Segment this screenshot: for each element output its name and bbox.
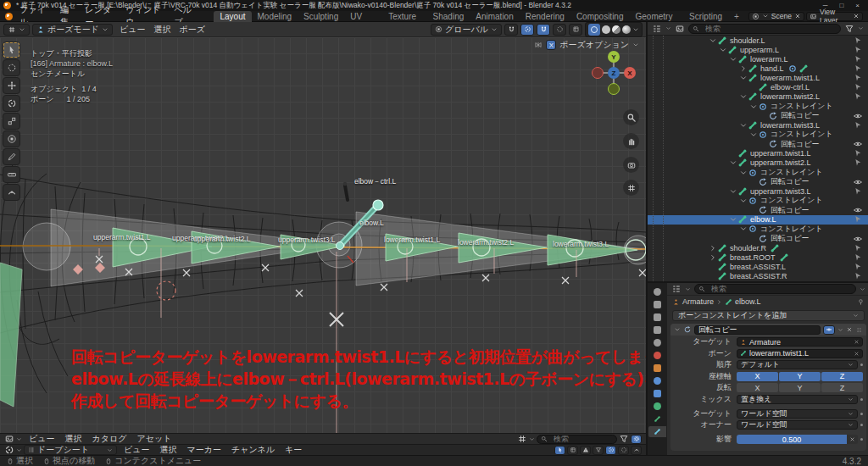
outliner-row[interactable]: shoulder.R (648, 243, 868, 252)
blender-menu-icon[interactable] (5, 13, 13, 20)
chevron-down-icon[interactable] (739, 92, 748, 101)
constraint-enable-button[interactable] (823, 325, 835, 335)
fcurve-button[interactable] (631, 446, 642, 455)
outliner-row[interactable]: コンストレイント (648, 225, 868, 234)
clear-icon[interactable] (854, 339, 860, 345)
gizmo-axis-x-neg[interactable] (592, 67, 604, 79)
move-tool[interactable] (3, 77, 20, 94)
dopesheet-menu-item[interactable]: チャンネル (226, 444, 280, 456)
chevron-right-icon[interactable] (709, 253, 717, 262)
only-selected-button[interactable] (554, 446, 565, 455)
editor-type-button[interactable] (3, 24, 30, 36)
influence-slider[interactable]: 0.500 (737, 435, 847, 444)
tab-world-properties[interactable] (648, 350, 666, 361)
pivot-button[interactable] (618, 446, 629, 455)
select-arrow-icon[interactable] (853, 158, 863, 168)
tab-output-properties[interactable] (648, 312, 666, 323)
camera-view-button[interactable] (623, 157, 639, 173)
properties-search-input[interactable] (708, 285, 852, 293)
constraint-name-field[interactable]: 回転コピー (694, 325, 821, 335)
outliner-row[interactable]: コンストレイント (648, 102, 868, 111)
outliner-row[interactable]: elbow-ctrl.L (648, 83, 868, 92)
shading-wireframe-button[interactable] (588, 24, 600, 36)
chevron-down-icon[interactable] (739, 197, 748, 205)
outliner-row[interactable]: upperarm.L (648, 45, 868, 54)
navigation-gizmo[interactable]: Y X Z (592, 51, 636, 95)
drag-handle-icon[interactable] (855, 326, 863, 334)
workspace-tab[interactable]: + (728, 11, 745, 22)
show-overlays-button[interactable] (553, 24, 566, 36)
viewport-menu-item[interactable]: ポーズ (175, 24, 209, 36)
pose-options-dropdown[interactable]: ポーズオプション (559, 39, 629, 51)
tab-object-properties[interactable] (648, 363, 666, 374)
target-space-dropdown[interactable]: ワールド空間 (737, 409, 858, 419)
target-field[interactable]: Armature (737, 337, 863, 347)
invert-z-toggle[interactable]: Z (821, 383, 863, 392)
pose-breakdowner-tool[interactable] (3, 184, 20, 201)
outliner-row[interactable]: lowerarm.L (648, 54, 868, 64)
tab-object-constraints-properties[interactable] (648, 388, 666, 399)
outliner-row[interactable]: lowerarm.twist2.L (648, 92, 868, 102)
influence-reset-button[interactable] (847, 435, 858, 444)
select-box-tool[interactable] (3, 42, 20, 58)
axis-z-toggle[interactable]: Z (821, 372, 863, 381)
chevron-right-icon[interactable] (739, 64, 748, 73)
outliner-display-mode-icon[interactable] (652, 24, 662, 34)
transform-orientation-dropdown[interactable]: グローバル (431, 24, 502, 36)
dopesheet-menu-item[interactable]: 選択 (154, 444, 181, 456)
chevron-down-icon[interactable] (739, 121, 748, 130)
gizmo-axis-y[interactable]: Y (608, 51, 620, 63)
outliner-row[interactable]: elbow.L (648, 215, 868, 225)
workspace-tab[interactable]: Shading (427, 11, 470, 22)
grid-view-icon[interactable] (517, 434, 527, 444)
shading-rendered-button[interactable] (622, 25, 631, 34)
outliner-row[interactable]: コンストレイント (648, 196, 868, 205)
workspace-tab[interactable]: Scripting (683, 11, 728, 22)
outliner-row[interactable]: hand.L (648, 64, 868, 73)
workspace-tab[interactable]: Sculpting (298, 11, 344, 22)
snap-toggle-button[interactable] (504, 24, 518, 36)
outliner-row[interactable]: upperarm.twist2.L (648, 158, 868, 168)
chevron-down-icon[interactable] (729, 215, 737, 224)
chevron-down-icon[interactable] (719, 46, 727, 54)
workspace-tab[interactable]: Compositing (570, 11, 630, 22)
asset-menu-item[interactable]: カタログ (86, 433, 131, 445)
viewport-menu-item[interactable]: ビュー (115, 24, 149, 36)
close-icon[interactable] (846, 326, 853, 333)
workspace-tab[interactable]: UV Editing (344, 11, 382, 22)
zoom-button[interactable] (623, 109, 639, 125)
proportional-edit-button[interactable] (520, 24, 534, 36)
select-arrow-icon[interactable] (853, 214, 863, 225)
close-button[interactable]: × (855, 2, 860, 9)
asset-settings-button[interactable] (631, 435, 642, 444)
pin-icon[interactable] (857, 298, 865, 306)
select-arrow-icon[interactable] (853, 271, 863, 281)
outliner-row[interactable]: 回転コピー (648, 140, 868, 149)
errors-button[interactable] (580, 446, 591, 455)
outliner-row[interactable]: lowerarm.twist3.L (648, 120, 868, 130)
add-bone-constraint-button[interactable]: ボーンコンストレイントを追加 (672, 310, 865, 321)
tab-bone-properties[interactable] (648, 413, 666, 424)
breadcrumb-bone[interactable]: elbow.L (735, 297, 761, 306)
tab-tool-properties[interactable] (648, 286, 666, 297)
filter-funnel-icon[interactable] (844, 24, 854, 34)
invert-y-toggle[interactable]: Y (779, 383, 821, 392)
gizmo-axis-z[interactable]: Z (608, 67, 620, 79)
shading-solid-button[interactable] (602, 25, 610, 34)
tab-render-properties[interactable] (648, 299, 666, 310)
dopesheet-menu-item[interactable]: マーカー (181, 444, 225, 456)
axis-y-toggle[interactable]: Y (779, 372, 821, 381)
snap-target-button[interactable] (537, 24, 550, 36)
chevron-down-icon[interactable] (739, 225, 748, 233)
xray-toggle-button[interactable] (569, 24, 582, 36)
breadcrumb-object[interactable]: Armature (682, 297, 714, 306)
chevron-down-icon[interactable] (729, 158, 737, 167)
order-dropdown[interactable]: デフォルト (737, 360, 858, 369)
workspace-tab[interactable]: Layout (214, 11, 251, 22)
chevron-down-icon[interactable] (709, 36, 717, 45)
outliner-row[interactable]: コンストレイント (648, 130, 868, 139)
outliner-row[interactable]: コンストレイント (648, 168, 868, 177)
chevron-down-icon[interactable] (739, 169, 748, 177)
dopesheet-menu-item[interactable]: キー (280, 444, 307, 456)
shading-material-button[interactable] (612, 25, 620, 34)
